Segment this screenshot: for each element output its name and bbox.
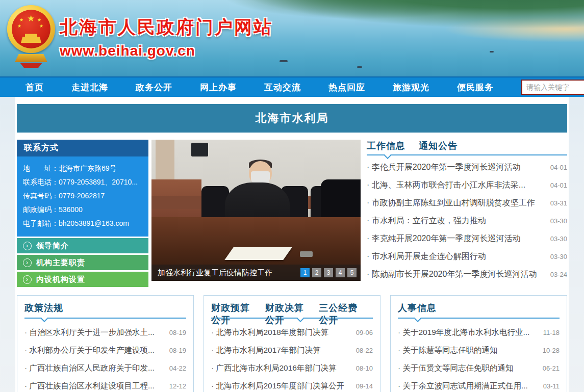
contact-email: 电子邮箱：bh2053891@163.com bbox=[23, 217, 143, 230]
news-item[interactable]: 北海市水利局2018年度部门决算 09-06 bbox=[211, 324, 373, 342]
section-policies-header: 政策法规 bbox=[24, 302, 186, 319]
section-personnel-list: 关于2019年度北海市水利水电行业... 11-18 关于陈慧等同志任职的通知 … bbox=[398, 319, 560, 392]
nav-item-about-beihai[interactable]: 走进北海 bbox=[71, 82, 108, 93]
nav-item-interaction[interactable]: 互动交流 bbox=[264, 82, 301, 93]
section-personnel: 人事信息 关于2019年度北海市水利水电行业... 11-18 关于陈慧等同志任… bbox=[390, 295, 567, 392]
boat-shape bbox=[490, 51, 494, 53]
search-box bbox=[521, 80, 584, 95]
news-date: 09-14 bbox=[356, 382, 373, 390]
tab-three-public-expenses[interactable]: 三公经费公开 bbox=[319, 302, 364, 326]
contact-address: 地 址：北海市广东路69号 bbox=[23, 162, 143, 175]
news-date: 06-21 bbox=[543, 364, 560, 372]
section-finance-list: 北海市水利局2018年度部门决算 09-06 北海市水利局2017年部门决算 0… bbox=[211, 319, 373, 392]
section-personnel-header: 人事信息 bbox=[398, 302, 560, 319]
work-news-list: 李伦兵开展2020年第一季度河长巡河活动 04-01 北海、玉林两市联合打击小江… bbox=[367, 155, 567, 283]
news-date: 03-30 bbox=[550, 217, 567, 225]
photo-slider[interactable]: 加强水利行业复工后疫情防控工作 1 2 3 4 5 bbox=[151, 140, 361, 281]
contact-phone: 联系电话：0779-2053891、20710... bbox=[23, 175, 143, 189]
chevron-circle-icon: › bbox=[23, 258, 32, 267]
section-policies-list: 自治区水利厅关于进一步加强水土... 08-19 水利部办公厅关于印发生产建设项… bbox=[24, 319, 186, 392]
nav-item-tourism[interactable]: 旅游观光 bbox=[393, 82, 429, 93]
news-item[interactable]: 北海、玉林两市联合打击小江水库非法采... 04-01 bbox=[367, 176, 567, 194]
news-item[interactable]: 水利部办公厅关于印发生产建设项... 08-19 bbox=[24, 342, 186, 359]
contact-fax: 传真号码：0779-2062817 bbox=[23, 189, 143, 203]
news-date: 03-30 bbox=[550, 235, 567, 243]
nav-item-gov-affairs[interactable]: 政务公开 bbox=[136, 82, 172, 93]
national-emblem-icon: ★ ★ ★ ★ ★ bbox=[7, 5, 55, 71]
main-nav: 首页 走进北海 政务公开 网上办事 互动交流 热点回应 旅游观光 便民服务 bbox=[0, 76, 584, 97]
site-url[interactable]: www.beihai.gov.cn bbox=[60, 43, 195, 59]
news-item[interactable]: 李克纯开展2020年第一季度河长巡河活动 03-30 bbox=[367, 230, 567, 248]
pager-dot-4[interactable]: 4 bbox=[336, 268, 345, 277]
news-item[interactable]: 陈勋副市长开展2020年第一季度河长巡河活动 03-24 bbox=[367, 266, 567, 283]
pager-dot-1[interactable]: 1 bbox=[300, 268, 310, 277]
tab-policies[interactable]: 政策法规 bbox=[24, 302, 63, 314]
news-item[interactable]: 北海市水利局2015年度部门决算公开 09-14 bbox=[211, 377, 373, 392]
news-item[interactable]: 市政协副主席陈红到亚山村调研脱贫攻坚工作 03-31 bbox=[367, 194, 567, 212]
news-date: 09-06 bbox=[356, 329, 373, 336]
contact-postcode: 邮政编码：536000 bbox=[23, 203, 143, 217]
tab-notices[interactable]: 通知公告 bbox=[419, 140, 458, 152]
slider-caption[interactable]: 加强水利行业复工后疫情防控工作 bbox=[151, 268, 298, 278]
chevron-circle-icon: › bbox=[23, 275, 32, 284]
phone-shape bbox=[300, 251, 313, 257]
news-item[interactable]: 关于陈慧等同志任职的通知 10-28 bbox=[398, 342, 560, 359]
news-date: 08-22 bbox=[356, 347, 373, 354]
news-date: 04-01 bbox=[550, 181, 567, 189]
news-item[interactable]: 关于余立波同志试用期满正式任用... 03-11 bbox=[398, 377, 560, 392]
news-date: 04-01 bbox=[550, 164, 567, 171]
tab-final-accounts-disclosure[interactable]: 财政决算公开 bbox=[265, 302, 310, 326]
pager-dot-5[interactable]: 5 bbox=[347, 268, 357, 277]
news-date: 03-31 bbox=[550, 199, 567, 207]
chevron-circle-icon: › bbox=[23, 242, 32, 250]
news-date: 10-28 bbox=[543, 347, 560, 354]
tab-work-info[interactable]: 工作信息 bbox=[367, 140, 405, 152]
pager-dot-3[interactable]: 3 bbox=[324, 268, 333, 277]
nav-item-home[interactable]: 首页 bbox=[26, 82, 44, 93]
news-date: 08-10 bbox=[356, 364, 373, 372]
nav-item-hot-response[interactable]: 热点回应 bbox=[328, 82, 365, 93]
section-policies: 政策法规 自治区水利厅关于进一步加强水土... 08-19 水利部办公厅关于印发… bbox=[17, 295, 194, 392]
tab-budget-disclosure[interactable]: 财政预算公开 bbox=[211, 302, 256, 326]
news-item[interactable]: 北海市水利局2017年部门决算 08-22 bbox=[211, 342, 373, 359]
site-title: 北海市人民政府门户网站 bbox=[60, 15, 273, 39]
search-input[interactable] bbox=[522, 81, 584, 94]
news-item[interactable]: 广西北海市水利局2016年部门决算 08-10 bbox=[211, 359, 373, 377]
news-item[interactable]: 李伦兵开展2020年第一季度河长巡河活动 04-01 bbox=[367, 159, 567, 176]
news-date: 03-30 bbox=[550, 253, 567, 260]
nav-item-convenience[interactable]: 便民服务 bbox=[457, 82, 494, 93]
speaker-shape bbox=[191, 143, 208, 157]
work-news-header: 工作信息 通知公告 bbox=[367, 140, 567, 155]
section-finance-header: 财政预算公开 财政决算公开 三公经费公开 bbox=[211, 302, 373, 319]
news-date: 12-12 bbox=[169, 382, 186, 390]
news-item[interactable]: 广西壮族自治区水利建设项目工程... 12-12 bbox=[24, 377, 186, 392]
section-finance: 财政预算公开 财政决算公开 三公经费公开 北海市水利局2018年度部门决算 09… bbox=[204, 295, 380, 392]
contact-panel-title: 联系方式 bbox=[17, 140, 148, 156]
quick-link-leader-profile[interactable]: › 领导简介 bbox=[17, 238, 148, 253]
news-item[interactable]: 市水利局：立行立改，强力推动 03-30 bbox=[367, 212, 567, 230]
news-item[interactable]: 自治区水利厅关于进一步加强水土... 08-19 bbox=[24, 324, 186, 342]
face-mask-shape bbox=[251, 171, 270, 184]
contact-info: 地 址：北海市广东路69号 联系电话：0779-2053891、20710...… bbox=[17, 156, 148, 237]
news-item[interactable]: 关于2019年度北海市水利水电行业... 11-18 bbox=[398, 324, 560, 342]
pager-dot-2[interactable]: 2 bbox=[312, 268, 321, 277]
page-content: 北海市水利局 联系方式 地 址：北海市广东路69号 联系电话：0779-2053… bbox=[15, 97, 569, 392]
slider-caption-bar: 加强水利行业复工后疫情防控工作 1 2 3 4 5 bbox=[151, 265, 361, 281]
department-banner: 北海市水利局 bbox=[17, 104, 567, 133]
news-date: 08-19 bbox=[169, 329, 186, 336]
slider-pager: 1 2 3 4 5 bbox=[298, 268, 357, 277]
news-item[interactable]: 广西壮族自治区人民政府关于印发... 04-22 bbox=[24, 359, 186, 377]
tab-personnel-info[interactable]: 人事信息 bbox=[398, 302, 437, 314]
page-title: 北海市水利局 bbox=[256, 111, 329, 126]
work-news-panel: 工作信息 通知公告 李伦兵开展2020年第一季度河长巡河活动 04-01 北海、… bbox=[367, 140, 567, 287]
news-date: 03-24 bbox=[550, 271, 567, 278]
news-item[interactable]: 市水利局开展走企连心解困行动 03-30 bbox=[367, 248, 567, 266]
nav-item-online-services[interactable]: 网上办事 bbox=[200, 82, 237, 93]
quick-link-internal-structure[interactable]: › 内设机构设置 bbox=[17, 272, 148, 287]
quick-link-main-duties[interactable]: › 机构主要职责 bbox=[17, 255, 148, 270]
news-item[interactable]: 关于伍贤文等同志任免职的通知 06-21 bbox=[398, 359, 560, 377]
news-date: 08-19 bbox=[169, 347, 186, 354]
papers-shape bbox=[224, 247, 292, 260]
news-date: 11-18 bbox=[543, 329, 560, 336]
contact-panel: 联系方式 地 址：北海市广东路69号 联系电话：0779-2053891、207… bbox=[17, 140, 148, 287]
